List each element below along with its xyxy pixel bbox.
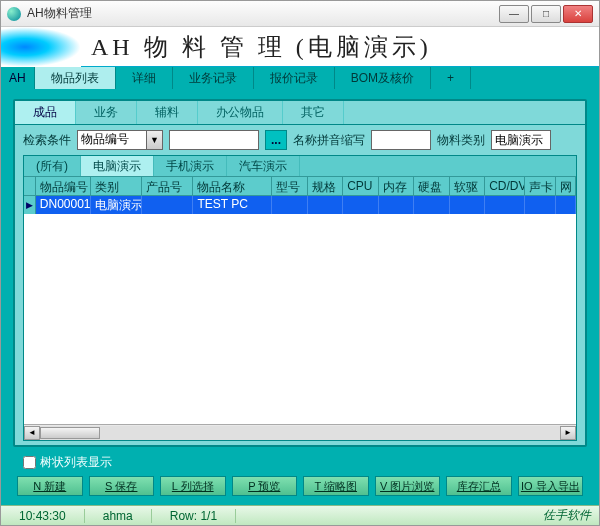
scroll-thumb[interactable] bbox=[40, 427, 100, 439]
panel: 成品 业务 辅料 办公物品 其它 检索条件 物品编号 ▼ ... 名称拼音缩写 … bbox=[13, 99, 587, 447]
status-row: Row: 1/1 bbox=[152, 509, 236, 523]
condition-value: 物品编号 bbox=[77, 130, 147, 150]
banner-logo bbox=[1, 27, 81, 67]
table-row[interactable]: ▶DN00001电脑演示TEST PC bbox=[24, 196, 576, 214]
col-header[interactable]: 产品号 bbox=[142, 177, 193, 195]
condition-select[interactable]: 物品编号 ▼ bbox=[77, 130, 163, 150]
label-condition: 检索条件 bbox=[23, 132, 71, 149]
status-user: ahma bbox=[85, 509, 152, 523]
col-header[interactable]: 物品编号 bbox=[36, 177, 91, 195]
maximize-button[interactable]: □ bbox=[531, 5, 561, 23]
row-marker: ▶ bbox=[24, 196, 36, 214]
cell bbox=[272, 196, 308, 214]
chevron-down-icon[interactable]: ▼ bbox=[147, 130, 163, 150]
status-brand: 佐手软件 bbox=[535, 507, 599, 524]
tree-check-row: 树状列表显示 bbox=[13, 451, 587, 473]
btn-cols[interactable]: L 列选择 bbox=[160, 476, 226, 496]
grid-area: (所有) 电脑演示 手机演示 汽车演示 物品编号类别产品号物品名称型号规格CPU… bbox=[23, 155, 577, 441]
cattab-computer[interactable]: 电脑演示 bbox=[81, 156, 154, 176]
col-header[interactable]: 硬盘 bbox=[414, 177, 450, 195]
pinyin-input[interactable] bbox=[371, 130, 431, 150]
cell: DN00001 bbox=[36, 196, 91, 214]
cell: 电脑演示 bbox=[91, 196, 142, 214]
btn-preview[interactable]: P 预览 bbox=[232, 476, 298, 496]
col-header[interactable]: 物品名称 bbox=[193, 177, 272, 195]
label-category: 物料类别 bbox=[437, 132, 485, 149]
body: 成品 业务 辅料 办公物品 其它 检索条件 物品编号 ▼ ... 名称拼音缩写 … bbox=[1, 89, 599, 505]
col-header[interactable]: 网 bbox=[556, 177, 576, 195]
lookup-button[interactable]: ... bbox=[265, 130, 287, 150]
col-header[interactable]: 内存 bbox=[379, 177, 415, 195]
tab-item-list[interactable]: 物品列表 bbox=[35, 67, 116, 89]
status-bar: 10:43:30 ahma Row: 1/1 佐手软件 bbox=[1, 505, 599, 525]
horizontal-scrollbar[interactable]: ◄ ► bbox=[24, 424, 576, 440]
sub-tabs: 成品 业务 辅料 办公物品 其它 bbox=[15, 101, 585, 125]
grid-header: 物品编号类别产品号物品名称型号规格CPU内存硬盘软驱CD/DV声卡网 bbox=[24, 176, 576, 196]
tab-quote[interactable]: 报价记录 bbox=[254, 67, 335, 89]
btn-stock[interactable]: 库存汇总 bbox=[446, 476, 512, 496]
cattab-phone[interactable]: 手机演示 bbox=[154, 156, 227, 176]
cell bbox=[450, 196, 486, 214]
cell bbox=[525, 196, 557, 214]
cell bbox=[343, 196, 379, 214]
scroll-right-icon[interactable]: ► bbox=[560, 426, 576, 440]
cattab-all[interactable]: (所有) bbox=[24, 156, 81, 176]
category-input[interactable] bbox=[491, 130, 551, 150]
filter-row: 检索条件 物品编号 ▼ ... 名称拼音缩写 物料类别 bbox=[15, 125, 585, 155]
tab-plus[interactable]: + bbox=[431, 67, 471, 89]
col-header[interactable]: CD/DV bbox=[485, 177, 524, 195]
subtab-business[interactable]: 业务 bbox=[76, 101, 137, 124]
tree-label: 树状列表显示 bbox=[40, 454, 112, 471]
main-tabs: AH 物品列表 详细 业务记录 报价记录 BOM及核价 + bbox=[1, 67, 599, 89]
subtab-office[interactable]: 办公物品 bbox=[198, 101, 283, 124]
cell bbox=[142, 196, 193, 214]
window-title: AH物料管理 bbox=[27, 5, 499, 22]
row-marker-header bbox=[24, 177, 36, 195]
tree-checkbox[interactable] bbox=[23, 456, 36, 469]
cell bbox=[485, 196, 524, 214]
subtab-finished[interactable]: 成品 bbox=[15, 101, 76, 124]
col-header[interactable]: 软驱 bbox=[450, 177, 486, 195]
search-input[interactable] bbox=[169, 130, 259, 150]
btn-save[interactable]: S 保存 bbox=[89, 476, 155, 496]
col-header[interactable]: CPU bbox=[343, 177, 379, 195]
banner: AH 物 料 管 理 (电脑演示) bbox=[1, 27, 599, 67]
col-header[interactable]: 规格 bbox=[308, 177, 344, 195]
category-tabs: (所有) 电脑演示 手机演示 汽车演示 bbox=[24, 156, 576, 176]
titlebar: AH物料管理 — □ ✕ bbox=[1, 1, 599, 27]
col-header[interactable]: 型号 bbox=[272, 177, 308, 195]
app-icon bbox=[7, 7, 21, 21]
col-header[interactable]: 声卡 bbox=[525, 177, 557, 195]
col-header[interactable]: 类别 bbox=[91, 177, 142, 195]
status-time: 10:43:30 bbox=[1, 509, 85, 523]
tab-detail[interactable]: 详细 bbox=[116, 67, 173, 89]
main-window: AH物料管理 — □ ✕ AH 物 料 管 理 (电脑演示) AH 物品列表 详… bbox=[0, 0, 600, 526]
tab-business[interactable]: 业务记录 bbox=[173, 67, 254, 89]
close-button[interactable]: ✕ bbox=[563, 5, 593, 23]
cell: TEST PC bbox=[193, 196, 272, 214]
label-pinyin: 名称拼音缩写 bbox=[293, 132, 365, 149]
btn-image[interactable]: V 图片浏览 bbox=[375, 476, 441, 496]
toolbar: N 新建 S 保存 L 列选择 P 预览 T 缩略图 V 图片浏览 库存汇总 I… bbox=[13, 473, 587, 499]
minimize-button[interactable]: — bbox=[499, 5, 529, 23]
cell bbox=[556, 196, 576, 214]
grid-body[interactable]: ▶DN00001电脑演示TEST PC bbox=[24, 196, 576, 424]
cell bbox=[308, 196, 344, 214]
subtab-aux[interactable]: 辅料 bbox=[137, 101, 198, 124]
scroll-left-icon[interactable]: ◄ bbox=[24, 426, 40, 440]
cell bbox=[379, 196, 415, 214]
cattab-car[interactable]: 汽车演示 bbox=[227, 156, 300, 176]
subtab-other[interactable]: 其它 bbox=[283, 101, 344, 124]
tab-ah[interactable]: AH bbox=[1, 67, 35, 89]
banner-title: AH 物 料 管 理 (电脑演示) bbox=[91, 31, 432, 63]
btn-new[interactable]: N 新建 bbox=[17, 476, 83, 496]
scroll-track[interactable] bbox=[40, 426, 560, 440]
btn-thumb[interactable]: T 缩略图 bbox=[303, 476, 369, 496]
cell bbox=[414, 196, 450, 214]
btn-io[interactable]: IO 导入导出 bbox=[518, 476, 584, 496]
tab-bom[interactable]: BOM及核价 bbox=[335, 67, 431, 89]
